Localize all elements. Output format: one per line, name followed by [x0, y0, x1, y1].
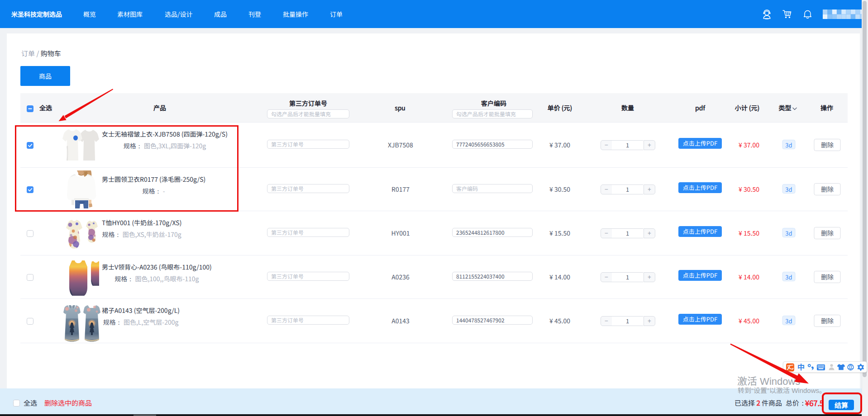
- svg-text:中: 中: [797, 362, 805, 372]
